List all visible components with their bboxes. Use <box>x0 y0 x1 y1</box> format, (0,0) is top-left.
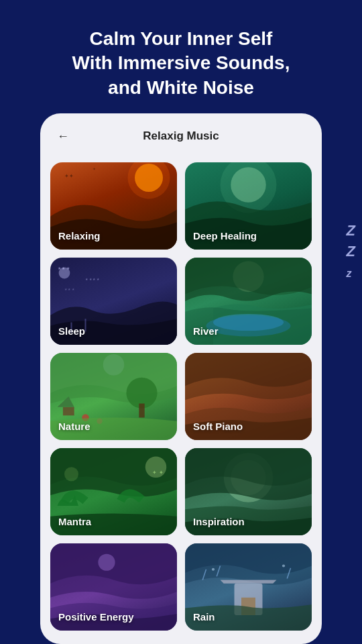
card-label-inspiration: Inspiration <box>193 516 245 527</box>
music-grid: ✦✦ ✦ Relaxing Deep Healing ★ ★ ★ ★ ★ ★ ★… <box>50 162 312 631</box>
card-relaxing[interactable]: ✦✦ ✦ Relaxing <box>50 162 177 250</box>
card-positive-energy[interactable]: Positive Energy <box>50 543 177 631</box>
back-button[interactable]: ← <box>54 127 72 146</box>
svg-point-23 <box>64 467 78 481</box>
svg-text:★  ★  ★  ★: ★ ★ ★ ★ <box>86 277 100 281</box>
hero-section: Calm Your Inner Self With Immersive Soun… <box>0 0 362 113</box>
svg-text:✦  ✦: ✦ ✦ <box>152 469 163 476</box>
card-label-river: River <box>193 325 219 337</box>
card-deep-healing[interactable]: Deep Healing <box>185 162 312 250</box>
svg-text:★ ★ ★: ★ ★ ★ <box>58 266 70 270</box>
svg-rect-19 <box>139 404 144 418</box>
zzz-decoration: ZZz <box>347 221 355 282</box>
card-label-soft-piano: Soft Piano <box>193 421 243 432</box>
card-mantra[interactable]: ✦ ✦ Mantra <box>50 448 177 535</box>
card-inspiration[interactable]: Inspiration <box>185 448 312 535</box>
hero-line1: Calm Your Inner Self <box>27 27 335 51</box>
svg-point-1 <box>128 162 170 199</box>
card-soft-piano[interactable]: Soft Piano <box>185 353 312 440</box>
phone-card: ← Relaxig Music ✦✦ ✦ Relaxing Deep Heali… <box>40 113 322 644</box>
card-sleep[interactable]: ★ ★ ★ ★ ★ ★ ★ ★ ★ ★ Sleep <box>50 258 177 345</box>
svg-point-14 <box>206 315 291 337</box>
card-label-nature: Nature <box>58 421 90 432</box>
card-river[interactable]: River <box>185 258 312 345</box>
phone-header: ← Relaxig Music <box>50 123 312 152</box>
card-label-sleep: Sleep <box>58 325 85 337</box>
svg-text:✦✦: ✦✦ <box>64 172 74 179</box>
screen-title: Relaxig Music <box>72 129 290 143</box>
card-label-mantra: Mantra <box>58 516 91 527</box>
svg-text:★   ★   ★: ★ ★ ★ <box>64 287 75 291</box>
svg-text:✦: ✦ <box>93 167 96 172</box>
card-rain[interactable]: Rain <box>185 543 312 631</box>
svg-rect-16 <box>63 407 74 416</box>
card-nature[interactable]: Nature <box>50 353 177 440</box>
svg-point-35 <box>282 565 285 568</box>
card-label-relaxing: Relaxing <box>58 230 101 241</box>
card-label-rain: Rain <box>193 611 215 623</box>
svg-point-27 <box>98 554 115 571</box>
svg-point-34 <box>212 568 215 571</box>
hero-line2: With Immersive Sounds, <box>27 51 335 75</box>
hero-line3: and White Noise <box>27 76 335 100</box>
card-label-deep-healing: Deep Healing <box>193 230 257 241</box>
card-label-positive-energy: Positive Energy <box>58 611 134 623</box>
svg-marker-29 <box>221 580 277 584</box>
